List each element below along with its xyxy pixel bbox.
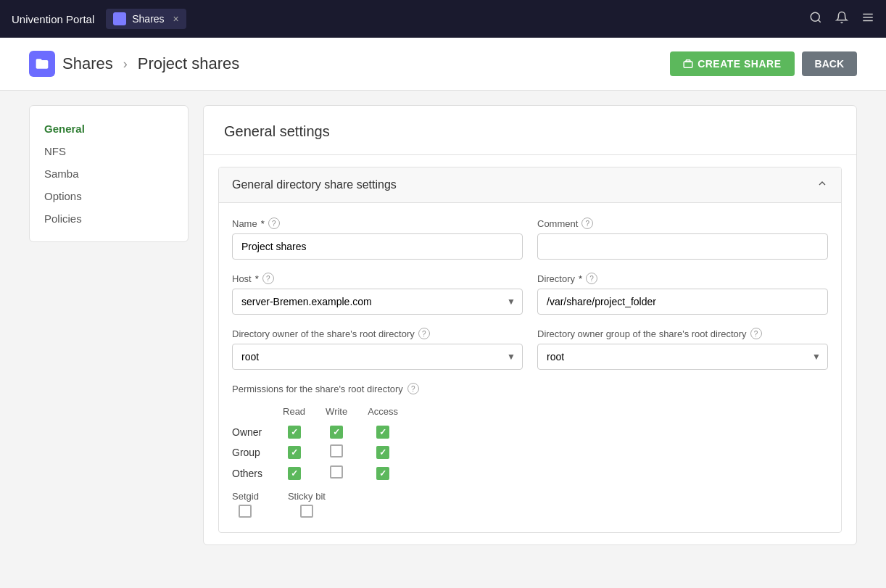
- host-select[interactable]: server-Bremen.example.com: [232, 289, 523, 315]
- panel-title: General settings: [224, 123, 330, 139]
- directory-help-icon[interactable]: ?: [586, 273, 597, 284]
- host-group: Host * ? server-Bremen.example.com ▼: [232, 273, 523, 315]
- comment-help-icon[interactable]: ?: [581, 218, 593, 229]
- svg-line-1: [818, 20, 820, 22]
- owner-access-checkbox[interactable]: [376, 426, 389, 439]
- host-directory-row: Host * ? server-Bremen.example.com ▼: [232, 273, 828, 315]
- permissions-help-icon[interactable]: ?: [407, 383, 419, 394]
- owner-write-cell: [315, 423, 357, 442]
- extras-row: Setgid Sticky bit: [232, 491, 828, 518]
- dir-owner-group-select[interactable]: root: [537, 344, 828, 370]
- dir-owner-select-wrapper: root ▼: [232, 344, 523, 370]
- panel-header: General settings: [204, 106, 856, 155]
- dir-owner-group-help-icon[interactable]: ?: [750, 328, 762, 339]
- row-label-others: Others: [232, 463, 273, 484]
- brand-label: Univention Portal: [12, 13, 94, 25]
- section-body: Name * ? Comment ?: [219, 203, 841, 532]
- host-help-icon[interactable]: ?: [262, 273, 274, 284]
- permissions-label: Permissions for the share's root directo…: [232, 383, 828, 394]
- section-title: General directory share settings: [232, 178, 397, 191]
- sidebar-item-samba[interactable]: Samba: [44, 162, 173, 185]
- topbar-tab[interactable]: Shares ×: [106, 9, 186, 29]
- topbar: Univention Portal Shares ×: [0, 0, 886, 38]
- comment-group: Comment ?: [537, 218, 828, 260]
- sidebar-item-policies[interactable]: Policies: [44, 207, 173, 230]
- create-share-button[interactable]: CREATE SHARE: [670, 51, 794, 76]
- svg-rect-5: [684, 62, 692, 67]
- create-share-label: CREATE SHARE: [697, 58, 781, 70]
- name-input[interactable]: [232, 233, 523, 260]
- others-write-cell: [315, 463, 357, 484]
- search-icon[interactable]: [809, 11, 822, 28]
- sticky-bit-item: Sticky bit: [288, 491, 326, 518]
- setgid-checkbox[interactable]: [239, 505, 252, 518]
- others-write-checkbox[interactable]: [330, 465, 343, 479]
- back-button[interactable]: BACK: [802, 51, 857, 76]
- sidebar-item-nfs[interactable]: NFS: [44, 140, 173, 162]
- host-required: *: [255, 273, 259, 284]
- owner-write-checkbox[interactable]: [330, 426, 343, 439]
- host-select-wrapper: server-Bremen.example.com ▼: [232, 289, 523, 315]
- group-write-checkbox[interactable]: [330, 444, 343, 457]
- topbar-right: [809, 11, 874, 28]
- group-read-cell: [273, 442, 315, 463]
- name-required: *: [261, 218, 265, 229]
- owner-read-checkbox[interactable]: [288, 426, 301, 439]
- directory-group: Directory * ?: [537, 273, 828, 315]
- general-directory-section: General directory share settings Name * …: [218, 167, 842, 533]
- dir-owner-group-select-wrapper: root ▼: [537, 344, 828, 370]
- bell-icon[interactable]: [835, 11, 848, 28]
- dir-owner-group-field: Directory owner group of the share's roo…: [537, 328, 828, 370]
- host-label: Host * ?: [232, 273, 523, 284]
- menu-icon[interactable]: [861, 11, 874, 28]
- name-help-icon[interactable]: ?: [268, 218, 280, 229]
- breadcrumb-bar: Shares › Project shares CREATE SHARE BAC…: [0, 38, 886, 91]
- owner-access-cell: [357, 423, 408, 442]
- dir-owner-label: Directory owner of the share's root dire…: [232, 328, 523, 339]
- comment-input[interactable]: [537, 233, 828, 260]
- name-label: Name * ?: [232, 218, 523, 229]
- others-access-checkbox[interactable]: [376, 467, 389, 480]
- sticky-bit-label: Sticky bit: [288, 491, 326, 502]
- permissions-table: Read Write Access Owner: [232, 403, 408, 484]
- tab-icon: [113, 12, 126, 25]
- directory-required: *: [579, 273, 582, 284]
- breadcrumb-actions: CREATE SHARE BACK: [670, 51, 857, 76]
- setgid-item: Setgid: [232, 491, 259, 518]
- breadcrumb-left: Shares › Project shares: [29, 51, 239, 77]
- sidebar-item-options[interactable]: Options: [44, 185, 173, 207]
- section-header[interactable]: General directory share settings: [219, 167, 841, 203]
- group-access-cell: [357, 442, 408, 463]
- breadcrumb-module-icon: [29, 51, 55, 77]
- collapse-icon: [816, 178, 828, 192]
- row-label-owner: Owner: [232, 423, 273, 442]
- right-panel: General settings General directory share…: [203, 105, 857, 545]
- group-access-checkbox[interactable]: [376, 446, 389, 459]
- col-write: Write: [315, 403, 357, 423]
- others-read-checkbox[interactable]: [288, 467, 301, 480]
- svg-point-0: [811, 12, 819, 21]
- dir-owner-help-icon[interactable]: ?: [418, 328, 430, 339]
- owner-group-row: Directory owner of the share's root dire…: [232, 328, 828, 370]
- tab-close-icon[interactable]: ×: [173, 13, 179, 25]
- permissions-row-group: Group: [232, 442, 408, 463]
- directory-input[interactable]: [537, 289, 828, 315]
- group-write-cell: [315, 442, 357, 463]
- sidebar-item-general[interactable]: General: [44, 117, 173, 140]
- col-read: Read: [273, 403, 315, 423]
- permissions-row-others: Others: [232, 463, 408, 484]
- comment-label: Comment ?: [537, 218, 828, 229]
- tab-label: Shares: [132, 13, 164, 25]
- group-read-checkbox[interactable]: [288, 446, 301, 459]
- directory-label: Directory * ?: [537, 273, 828, 284]
- sticky-bit-checkbox[interactable]: [300, 505, 313, 518]
- topbar-left: Univention Portal Shares ×: [12, 9, 186, 29]
- owner-read-cell: [273, 423, 315, 442]
- dir-owner-select[interactable]: root: [232, 344, 523, 370]
- breadcrumb-parent[interactable]: Shares: [62, 54, 113, 73]
- sidebar: General NFS Samba Options Policies: [29, 105, 189, 242]
- permissions-row-owner: Owner: [232, 423, 408, 442]
- name-comment-row: Name * ? Comment ?: [232, 218, 828, 260]
- setgid-label: Setgid: [232, 491, 259, 502]
- breadcrumb-current: Project shares: [138, 54, 240, 73]
